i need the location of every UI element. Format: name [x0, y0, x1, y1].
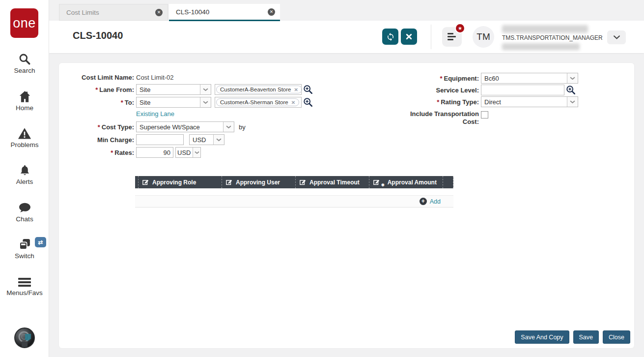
- edit-required-icon: [373, 178, 380, 186]
- edit-icon: [142, 178, 149, 186]
- cost-type-label: *Cost Type:: [59, 123, 134, 131]
- user-info: TMS.TRANSPORTATION_MANAGER: [501, 21, 604, 53]
- column-header-approving-user[interactable]: Approving User: [222, 176, 295, 188]
- tab-close-icon[interactable]: ✕: [268, 8, 275, 16]
- star-badge-icon: ★: [455, 23, 465, 33]
- page-title: CLS-10040: [73, 30, 123, 41]
- sidebar-item-search[interactable]: Search: [0, 52, 49, 74]
- tab-cls-10040[interactable]: CLS-10040 ✕: [169, 4, 280, 21]
- switch-env-badge-icon[interactable]: ⇄: [35, 237, 46, 247]
- user-role: TMS.TRANSPORTATION_MANAGER: [502, 34, 603, 41]
- content-card: Cost Limit Name: Cost Limit-02 *Lane Fro…: [59, 63, 634, 348]
- close-icon: [406, 33, 412, 40]
- min-charge-label: Min Charge:: [59, 136, 134, 144]
- chevron-down-icon: [200, 97, 211, 107]
- chevron-down-icon: [200, 85, 211, 94]
- logo-text: one: [13, 16, 36, 31]
- column-header-approval-timeout[interactable]: Approval Timeout: [295, 176, 369, 188]
- header-divider: [431, 25, 431, 49]
- include-transportation-cost-label: Include Transportation Cost:: [398, 110, 479, 126]
- sidebar-item-label: Alerts: [0, 178, 49, 185]
- chip-remove-icon[interactable]: ✕: [294, 87, 298, 92]
- sidebar-item-alerts[interactable]: Alerts: [0, 163, 49, 185]
- tab-cost-limits[interactable]: Cost Limits ✕: [59, 4, 168, 21]
- chip-remove-icon[interactable]: ✕: [291, 100, 295, 105]
- column-header-approval-amount[interactable]: ✱ Approval Amount: [369, 176, 443, 188]
- min-charge-input[interactable]: [136, 134, 184, 145]
- save-and-copy-button[interactable]: Save And Copy: [515, 330, 569, 344]
- rates-currency-select[interactable]: USD: [175, 147, 201, 158]
- close-button[interactable]: Close: [603, 330, 630, 344]
- rating-type-select[interactable]: Direct: [481, 96, 578, 107]
- search-icon: [0, 52, 49, 65]
- zoom-in-icon: [303, 85, 313, 94]
- lane-from-chip[interactable]: CustomerA-Beaverton Store ✕: [216, 86, 302, 93]
- refresh-button[interactable]: [382, 29, 398, 45]
- approval-table-header: Approving Role Approving User Approval T…: [135, 176, 453, 188]
- app-root: { "colors": { "logo_red": "#b3131d", "ac…: [0, 0, 644, 357]
- min-charge-currency-select[interactable]: USD: [189, 134, 224, 145]
- service-level-input[interactable]: [481, 85, 564, 95]
- chats-icon: [0, 201, 49, 214]
- to-chip-field[interactable]: CustomerA-Sherman Store ✕: [215, 97, 302, 108]
- chevron-down-icon: [223, 122, 234, 132]
- include-transportation-cost-checkbox[interactable]: [481, 111, 488, 119]
- close-record-button[interactable]: [401, 29, 417, 45]
- equipment-select[interactable]: Bc60: [481, 73, 578, 84]
- to-chip[interactable]: CustomerA-Sherman Store ✕: [216, 98, 299, 106]
- avatar-initials: TM: [476, 31, 490, 42]
- page-header: CLS-10040 ★ TM TMS.TRANSPORTATION_MANAGE…: [49, 21, 644, 53]
- approval-table: Approving Role Approving User Approval T…: [135, 176, 453, 208]
- sidebar-item-menus-favs[interactable]: Menus/Favs: [0, 274, 49, 297]
- chevron-down-icon: [193, 148, 200, 157]
- sidebar-item-switch[interactable]: ⇄ Switch: [0, 238, 49, 260]
- sidebar-item-label: Switch: [0, 252, 49, 260]
- sidebar-item-label: Search: [0, 67, 49, 74]
- lane-from-chip-field[interactable]: CustomerA-Beaverton Store ✕: [215, 84, 302, 95]
- sidebar-item-problems[interactable]: Problems: [0, 126, 49, 149]
- required-indicator-icon: ✱: [381, 183, 385, 187]
- service-level-label: Service Level:: [381, 87, 479, 94]
- sidebar-item-chats[interactable]: Chats: [0, 201, 49, 223]
- rating-type-label: *Rating Type:: [381, 98, 479, 106]
- rates-input[interactable]: [136, 147, 173, 158]
- chevron-down-icon: [567, 73, 578, 83]
- notifications-button[interactable]: ★: [442, 27, 462, 47]
- zoom-in-icon: [566, 85, 576, 95]
- footer-actions: Save And Copy Save Close: [515, 330, 630, 344]
- lane-from-type-select[interactable]: Site: [136, 84, 211, 95]
- avatar[interactable]: TM: [473, 26, 494, 48]
- table-add-row: + Add: [135, 196, 453, 208]
- one-logo[interactable]: one: [10, 8, 38, 38]
- service-level-lookup-button[interactable]: [566, 85, 576, 95]
- column-header-approving-role[interactable]: Approving Role: [138, 176, 222, 188]
- add-row-button[interactable]: Add: [430, 198, 441, 205]
- refresh-icon: [386, 32, 395, 41]
- cost-limit-name-value: Cost Limit-02: [136, 74, 174, 81]
- assistant-logo-icon[interactable]: [14, 327, 35, 348]
- chevron-down-icon: [213, 135, 224, 145]
- chevron-down-icon: [614, 35, 620, 39]
- plus-icon: +: [420, 198, 427, 205]
- sidebar-item-label: Home: [0, 104, 49, 112]
- tab-close-icon[interactable]: ✕: [155, 9, 163, 16]
- redacted-org-name: [502, 43, 580, 50]
- list-icon: [448, 33, 456, 42]
- save-button[interactable]: Save: [573, 330, 599, 344]
- table-empty-row: [135, 188, 453, 196]
- sidebar: one Search Home Problems Alerts Chats: [0, 0, 49, 357]
- lane-from-label: *Lane From:: [59, 86, 134, 93]
- to-type-select[interactable]: Site: [136, 97, 211, 108]
- cost-type-select[interactable]: Supersede Wt/Space: [136, 121, 234, 132]
- sidebar-item-home[interactable]: Home: [0, 89, 49, 112]
- tab-label: Cost Limits: [66, 9, 99, 16]
- to-lookup-button[interactable]: [303, 97, 313, 107]
- chevron-down-icon: [567, 97, 578, 107]
- existing-lane-link[interactable]: Existing Lane: [136, 110, 174, 118]
- rates-label: *Rates:: [59, 149, 134, 156]
- lane-from-lookup-button[interactable]: [303, 85, 313, 94]
- equipment-label: *Equipment:: [381, 75, 479, 82]
- alerts-icon: [0, 163, 49, 177]
- user-menu-button[interactable]: [607, 30, 626, 44]
- to-label: *To:: [59, 99, 134, 106]
